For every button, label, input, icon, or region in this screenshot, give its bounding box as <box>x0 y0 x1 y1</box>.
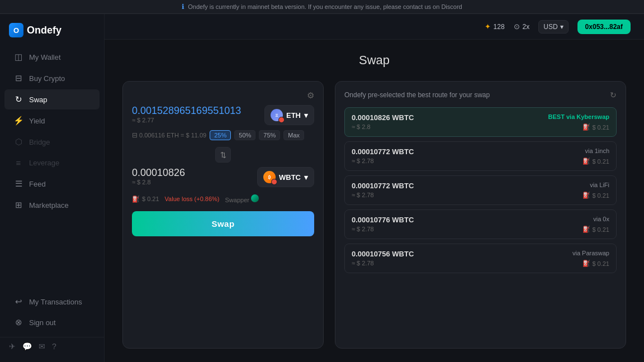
refresh-icon[interactable]: ↻ <box>610 90 617 99</box>
sidebar-item-marketplace[interactable]: ⊞ Marketplace <box>4 195 100 215</box>
route-row: 0.00010826 WBTC BEST via Kyberswap <box>352 113 609 122</box>
route-item-1[interactable]: 0.00010772 WBTC via 1inch ≈ $ 2.78 ⛽ $ 0… <box>344 141 617 171</box>
percent-50-button[interactable]: 50% <box>234 130 255 140</box>
token-chevron-icon: ▾ <box>304 111 308 120</box>
token-chevron-icon: ▾ <box>304 173 308 182</box>
swap-info-row: ⛽ $ 0.21 Value loss (+0.86%) Swapper <box>132 194 314 203</box>
routes-title: Ondefy pre-selected the best route for y… <box>344 91 490 99</box>
feed-icon: ☰ <box>13 179 23 189</box>
stars-stat: ✦ 128 <box>485 22 505 31</box>
output-token-row: 0.00010826 ≈ $ 2.8 ₿ WBTC ▾ <box>132 167 314 190</box>
yield-icon: ⚡ <box>13 116 23 126</box>
sidebar-item-my-transactions[interactable]: ↩ My Transactions <box>4 292 100 312</box>
sidebar-footer: ✈ 💬 ✉ ? <box>0 337 104 355</box>
route-row: 0.00010772 WBTC via LiFi <box>352 182 609 190</box>
chat-icon[interactable]: 💬 <box>22 342 32 351</box>
sidebar-item-sign-out[interactable]: ⊗ Sign out <box>4 312 100 332</box>
transactions-icon: ↩ <box>13 297 23 307</box>
bridge-icon: ⬡ <box>13 137 23 147</box>
route-gas: ⛽ $ 0.21 <box>583 260 609 267</box>
route-sub-row: ≈ $ 2.8 ⛽ $ 0.21 <box>352 122 609 131</box>
output-usd: ≈ $ 2.8 <box>132 179 185 185</box>
settings-icon[interactable]: ⚙ <box>307 90 314 101</box>
currency-selector[interactable]: USD ▾ <box>538 20 568 34</box>
route-via-label: via Paraswap <box>572 250 609 256</box>
send-icon[interactable]: ✈ <box>9 342 16 351</box>
percent-row: ⊟ 0.006116 ETH = $ 11.09 25% 50% 75% Max <box>132 130 314 140</box>
marketplace-icon: ⊞ <box>13 200 23 210</box>
input-amount: 0.001528965169551013 <box>132 105 241 117</box>
route-gas: ⛽ $ 0.21 <box>583 226 609 233</box>
sidebar-item-label: Buy Crypto <box>29 74 65 83</box>
sidebar-item-label: Leverage <box>29 159 59 167</box>
email-icon[interactable]: ✉ <box>39 342 45 351</box>
main-content: ✦ 128 ⊙ 2x USD ▾ 0x053...82af Swap <box>105 14 644 362</box>
percent-25-button[interactable]: 25% <box>210 130 231 140</box>
routes-panel: Ondefy pre-selected the best route for y… <box>335 81 626 349</box>
swap-button[interactable]: Swap <box>132 211 314 236</box>
sidebar: O Ondefy ◫ My Wallet ⊟ Buy Crypto ↻ Swap… <box>0 14 105 362</box>
sidebar-item-swap[interactable]: ↻ Swap <box>4 89 100 109</box>
sidebar-item-feed[interactable]: ☰ Feed <box>4 174 100 194</box>
center-content: Swap ⚙ 0.001528965169551013 ≈ $ 2.77 <box>122 53 626 349</box>
input-token-row: 0.001528965169551013 ≈ $ 2.77 Ξ ETH ▾ <box>132 105 314 128</box>
route-gas: ⛽ $ 0.21 <box>583 192 609 199</box>
route-amount: 0.00010776 WBTC <box>352 216 414 224</box>
value-loss-label: Value loss (+0.86%) <box>165 196 220 202</box>
percent-max-button[interactable]: Max <box>283 130 304 140</box>
logo-icon: O <box>9 23 23 37</box>
sidebar-item-leverage: ≡ Leverage <box>4 153 100 173</box>
wallet-icon: ◫ <box>13 52 23 62</box>
top-banner: ℹ Ondefy is currently in mainnet beta ve… <box>0 0 644 14</box>
input-token-label: ETH <box>286 111 301 120</box>
token-badge <box>271 179 277 185</box>
route-item-2[interactable]: 0.00010772 WBTC via LiFi ≈ $ 2.78 ⛽ $ 0.… <box>344 175 617 205</box>
sidebar-item-label: Marketplace <box>29 201 69 209</box>
content-area: Swap ⚙ 0.001528965169551013 ≈ $ 2.77 <box>105 40 644 362</box>
sidebar-item-my-wallet[interactable]: ◫ My Wallet <box>4 47 100 67</box>
route-sub-row: ≈ $ 2.78 ⛽ $ 0.21 <box>352 190 609 199</box>
input-token-selector[interactable]: Ξ ETH ▾ <box>264 105 314 125</box>
currency-label: USD <box>543 23 557 31</box>
route-via-label: via LiFi <box>590 182 609 188</box>
token-badge <box>278 117 285 123</box>
swapper-label: Swapper <box>225 194 259 203</box>
multiplier-value: 2x <box>523 23 530 31</box>
route-amount: 0.00010826 WBTC <box>352 113 414 122</box>
swap-panel-header: ⚙ <box>132 90 314 101</box>
swap-nav-icon: ↻ <box>13 94 23 104</box>
sidebar-logo: O Ondefy <box>0 21 104 46</box>
route-sub-row: ≈ $ 2.78 ⛽ $ 0.21 <box>352 156 609 165</box>
stars-count: 128 <box>494 23 505 31</box>
sidebar-item-buy-crypto[interactable]: ⊟ Buy Crypto <box>4 68 100 88</box>
swapper-logo-icon <box>251 194 259 202</box>
output-token-selector[interactable]: ₿ WBTC ▾ <box>257 167 314 187</box>
route-row: 0.00010772 WBTC via 1inch <box>352 147 609 156</box>
chevron-down-icon: ▾ <box>560 23 564 31</box>
route-gas: ⛽ $ 0.21 <box>583 123 609 131</box>
balance-label: ⊟ 0.006116 ETH = $ 11.09 <box>132 131 206 139</box>
route-sub-row: ≈ $ 2.78 ⛽ $ 0.21 <box>352 224 609 233</box>
header-bar: ✦ 128 ⊙ 2x USD ▾ 0x053...82af <box>105 14 644 40</box>
route-item-4[interactable]: 0.00010756 WBTC via Paraswap ≈ $ 2.78 ⛽ … <box>344 244 617 273</box>
swap-panel: ⚙ 0.001528965169551013 ≈ $ 2.77 Ξ <box>122 81 324 349</box>
sidebar-item-yield[interactable]: ⚡ Yield <box>4 111 100 131</box>
route-row: 0.00010776 WBTC via 0x <box>352 216 609 224</box>
banner-text: Ondefy is currently in mainnet beta vers… <box>188 3 462 10</box>
percent-75-button[interactable]: 75% <box>259 130 280 140</box>
route-row: 0.00010756 WBTC via Paraswap <box>352 250 609 258</box>
route-item-3[interactable]: 0.00010776 WBTC via 0x ≈ $ 2.78 ⛽ $ 0.21 <box>344 209 617 239</box>
sidebar-item-label: Feed <box>29 180 46 188</box>
star-icon: ✦ <box>485 22 491 31</box>
wallet-address-button[interactable]: 0x053...82af <box>577 20 631 34</box>
route-usd: ≈ $ 2.78 <box>352 226 374 232</box>
route-usd: ≈ $ 2.8 <box>352 123 371 130</box>
buy-crypto-icon: ⊟ <box>13 73 23 83</box>
help-icon[interactable]: ? <box>52 342 56 351</box>
swap-direction-button[interactable]: ⇅ <box>215 147 231 163</box>
eth-icon: Ξ <box>271 109 283 121</box>
route-via-label: via 0x <box>593 216 609 222</box>
route-item-0[interactable]: 0.00010826 WBTC BEST via Kyberswap ≈ $ 2… <box>344 107 617 137</box>
page-title: Swap <box>122 53 626 68</box>
sidebar-item-label: My Transactions <box>29 298 82 306</box>
